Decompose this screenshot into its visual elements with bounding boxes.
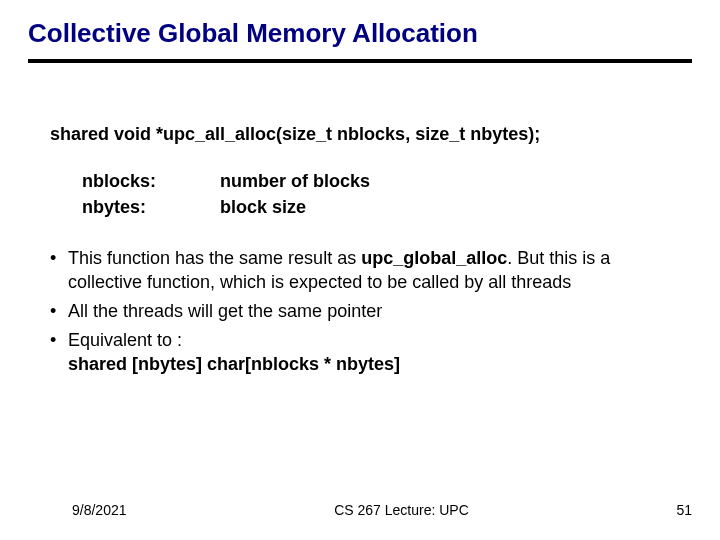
bullet-item: • Equivalent to : shared [nbytes] char[n… [50, 329, 682, 376]
footer: 9/8/2021 CS 267 Lecture: UPC 51 [0, 502, 720, 518]
function-signature: shared void *upc_all_alloc(size_t nblock… [50, 123, 682, 146]
title-rule [28, 59, 692, 63]
bullet-item: • All the threads will get the same poin… [50, 300, 682, 323]
bullet-dot: • [50, 247, 68, 294]
param-desc: number of blocks [220, 170, 682, 193]
text: This function has the same result as [68, 248, 361, 268]
slide: Collective Global Memory Allocation shar… [0, 0, 720, 540]
bullet-text: Equivalent to : shared [nbytes] char[nbl… [68, 329, 682, 376]
footer-date: 9/8/2021 [72, 502, 127, 518]
bullet-list: • This function has the same result as u… [50, 247, 682, 376]
bold-text: upc_global_alloc [361, 248, 507, 268]
slide-title: Collective Global Memory Allocation [28, 18, 692, 49]
param-desc: block size [220, 196, 682, 219]
param-name: nblocks: [82, 170, 192, 193]
text: Equivalent to : [68, 330, 182, 350]
footer-page: 51 [676, 502, 692, 518]
bullet-item: • This function has the same result as u… [50, 247, 682, 294]
bullet-text: This function has the same result as upc… [68, 247, 682, 294]
bullet-dot: • [50, 329, 68, 376]
param-name: nbytes: [82, 196, 192, 219]
bullet-text: All the threads will get the same pointe… [68, 300, 682, 323]
bold-text: shared [nbytes] char[nblocks * nbytes] [68, 354, 400, 374]
footer-center: CS 267 Lecture: UPC [334, 502, 469, 518]
slide-body: shared void *upc_all_alloc(size_t nblock… [28, 123, 692, 376]
param-table: nblocks: number of blocks nbytes: block … [82, 170, 682, 219]
bullet-dot: • [50, 300, 68, 323]
